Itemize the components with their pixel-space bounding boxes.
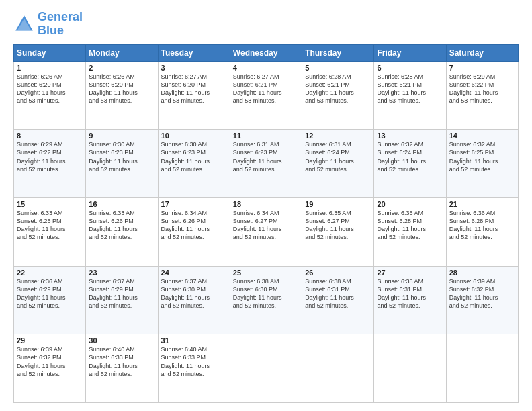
calendar-cell: 15Sunrise: 6:33 AMSunset: 6:25 PMDayligh…	[14, 197, 86, 266]
calendar-cell: 17Sunrise: 6:34 AMSunset: 6:26 PMDayligh…	[158, 197, 230, 266]
day-number: 7	[449, 64, 515, 72]
day-number: 19	[305, 200, 371, 208]
cell-info: Sunrise: 6:37 AMSunset: 6:30 PMDaylight:…	[161, 277, 227, 310]
day-number: 15	[17, 200, 83, 208]
day-number: 18	[233, 200, 299, 208]
logo-icon	[13, 13, 35, 35]
calendar-cell: 23Sunrise: 6:37 AMSunset: 6:29 PMDayligh…	[86, 266, 158, 334]
calendar-cell: 11Sunrise: 6:31 AMSunset: 6:23 PMDayligh…	[230, 130, 302, 198]
calendar-cell: 13Sunrise: 6:32 AMSunset: 6:24 PMDayligh…	[374, 130, 446, 198]
calendar-cell: 1Sunrise: 6:26 AMSunset: 6:20 PMDaylight…	[14, 61, 86, 130]
cell-info: Sunrise: 6:31 AMSunset: 6:24 PMDaylight:…	[305, 140, 371, 173]
cell-info: Sunrise: 6:40 AMSunset: 6:33 PMDaylight:…	[89, 345, 154, 378]
calendar-cell: 10Sunrise: 6:30 AMSunset: 6:23 PMDayligh…	[158, 130, 230, 198]
day-number: 24	[161, 269, 227, 277]
calendar-cell: 5Sunrise: 6:28 AMSunset: 6:21 PMDaylight…	[302, 61, 374, 130]
calendar-cell: 14Sunrise: 6:32 AMSunset: 6:25 PMDayligh…	[446, 130, 518, 198]
day-number: 12	[305, 132, 371, 140]
cell-info: Sunrise: 6:30 AMSunset: 6:23 PMDaylight:…	[161, 140, 227, 173]
day-number: 29	[17, 336, 83, 345]
cell-info: Sunrise: 6:40 AMSunset: 6:33 PMDaylight:…	[161, 345, 227, 378]
cell-info: Sunrise: 6:27 AMSunset: 6:20 PMDaylight:…	[161, 73, 227, 105]
calendar-table: SundayMondayTuesdayWednesdayThursdayFrid…	[13, 44, 519, 403]
day-number: 13	[377, 132, 443, 140]
cell-info: Sunrise: 6:36 AMSunset: 6:28 PMDaylight:…	[449, 209, 515, 242]
calendar-cell: 4Sunrise: 6:27 AMSunset: 6:21 PMDaylight…	[230, 61, 302, 130]
cell-info: Sunrise: 6:38 AMSunset: 6:30 PMDaylight:…	[233, 277, 299, 310]
cell-info: Sunrise: 6:34 AMSunset: 6:27 PMDaylight:…	[233, 209, 299, 242]
calendar-cell: 24Sunrise: 6:37 AMSunset: 6:30 PMDayligh…	[158, 266, 230, 334]
day-number: 5	[305, 64, 371, 72]
day-header-monday: Monday	[86, 44, 158, 61]
calendar-cell: 9Sunrise: 6:30 AMSunset: 6:23 PMDaylight…	[86, 130, 158, 198]
day-header-friday: Friday	[374, 44, 446, 61]
day-number: 16	[89, 200, 154, 208]
cell-info: Sunrise: 6:39 AMSunset: 6:32 PMDaylight:…	[17, 345, 83, 378]
cell-info: Sunrise: 6:33 AMSunset: 6:26 PMDaylight:…	[89, 209, 154, 242]
day-number: 8	[17, 132, 83, 140]
day-number: 9	[89, 132, 154, 140]
day-number: 22	[17, 269, 83, 277]
header: General Blue	[13, 11, 519, 38]
cell-info: Sunrise: 6:28 AMSunset: 6:21 PMDaylight:…	[305, 73, 371, 105]
day-number: 26	[305, 269, 371, 277]
calendar-cell: 31Sunrise: 6:40 AMSunset: 6:33 PMDayligh…	[158, 334, 230, 403]
cell-info: Sunrise: 6:37 AMSunset: 6:29 PMDaylight:…	[89, 277, 154, 310]
day-number: 27	[377, 269, 443, 277]
day-header-saturday: Saturday	[446, 44, 518, 61]
cell-info: Sunrise: 6:27 AMSunset: 6:21 PMDaylight:…	[233, 73, 299, 105]
day-number: 28	[449, 269, 515, 277]
calendar-week-5: 29Sunrise: 6:39 AMSunset: 6:32 PMDayligh…	[14, 334, 519, 403]
cell-info: Sunrise: 6:34 AMSunset: 6:26 PMDaylight:…	[161, 209, 227, 242]
calendar-cell: 8Sunrise: 6:29 AMSunset: 6:22 PMDaylight…	[14, 130, 86, 198]
day-number: 4	[233, 64, 299, 72]
day-number: 23	[89, 269, 154, 277]
day-number: 17	[161, 200, 227, 208]
cell-info: Sunrise: 6:38 AMSunset: 6:31 PMDaylight:…	[305, 277, 371, 310]
day-number: 21	[449, 200, 515, 208]
calendar-cell: 3Sunrise: 6:27 AMSunset: 6:20 PMDaylight…	[158, 61, 230, 130]
cell-info: Sunrise: 6:38 AMSunset: 6:31 PMDaylight:…	[377, 277, 443, 310]
cell-info: Sunrise: 6:32 AMSunset: 6:24 PMDaylight:…	[377, 140, 443, 173]
calendar-cell	[446, 334, 518, 403]
calendar-week-1: 1Sunrise: 6:26 AMSunset: 6:20 PMDaylight…	[14, 61, 519, 130]
cell-info: Sunrise: 6:26 AMSunset: 6:20 PMDaylight:…	[17, 73, 83, 105]
calendar-cell: 26Sunrise: 6:38 AMSunset: 6:31 PMDayligh…	[302, 266, 374, 334]
calendar-cell: 2Sunrise: 6:26 AMSunset: 6:20 PMDaylight…	[86, 61, 158, 130]
calendar-cell: 19Sunrise: 6:35 AMSunset: 6:27 PMDayligh…	[302, 197, 374, 266]
calendar-cell: 20Sunrise: 6:35 AMSunset: 6:28 PMDayligh…	[374, 197, 446, 266]
day-number: 3	[161, 64, 227, 72]
calendar-cell	[302, 334, 374, 403]
day-header-tuesday: Tuesday	[158, 44, 230, 61]
calendar-cell: 22Sunrise: 6:36 AMSunset: 6:29 PMDayligh…	[14, 266, 86, 334]
calendar-cell: 16Sunrise: 6:33 AMSunset: 6:26 PMDayligh…	[86, 197, 158, 266]
cell-info: Sunrise: 6:35 AMSunset: 6:27 PMDaylight:…	[305, 209, 371, 242]
cell-info: Sunrise: 6:28 AMSunset: 6:21 PMDaylight:…	[377, 73, 443, 105]
calendar-cell: 21Sunrise: 6:36 AMSunset: 6:28 PMDayligh…	[446, 197, 518, 266]
day-number: 14	[449, 132, 515, 140]
day-number: 31	[161, 336, 227, 345]
day-number: 11	[233, 132, 299, 140]
cell-info: Sunrise: 6:29 AMSunset: 6:22 PMDaylight:…	[17, 140, 83, 173]
calendar-cell: 28Sunrise: 6:39 AMSunset: 6:32 PMDayligh…	[446, 266, 518, 334]
calendar-cell: 29Sunrise: 6:39 AMSunset: 6:32 PMDayligh…	[14, 334, 86, 403]
page: General Blue SundayMondayTuesdayWednesda…	[0, 0, 532, 411]
day-number: 20	[377, 200, 443, 208]
cell-info: Sunrise: 6:39 AMSunset: 6:32 PMDaylight:…	[449, 277, 515, 310]
calendar-cell	[374, 334, 446, 403]
day-number: 1	[17, 64, 83, 72]
day-number: 10	[161, 132, 227, 140]
cell-info: Sunrise: 6:35 AMSunset: 6:28 PMDaylight:…	[377, 209, 443, 242]
calendar-week-4: 22Sunrise: 6:36 AMSunset: 6:29 PMDayligh…	[14, 266, 519, 334]
cell-info: Sunrise: 6:32 AMSunset: 6:25 PMDaylight:…	[449, 140, 515, 173]
calendar-cell: 6Sunrise: 6:28 AMSunset: 6:21 PMDaylight…	[374, 61, 446, 130]
day-header-sunday: Sunday	[14, 44, 86, 61]
cell-info: Sunrise: 6:26 AMSunset: 6:20 PMDaylight:…	[89, 73, 154, 105]
day-number: 6	[377, 64, 443, 72]
calendar-cell: 7Sunrise: 6:29 AMSunset: 6:22 PMDaylight…	[446, 61, 518, 130]
cell-info: Sunrise: 6:29 AMSunset: 6:22 PMDaylight:…	[449, 73, 515, 105]
logo-text: General Blue	[38, 11, 83, 38]
cell-info: Sunrise: 6:36 AMSunset: 6:29 PMDaylight:…	[17, 277, 83, 310]
calendar-week-3: 15Sunrise: 6:33 AMSunset: 6:25 PMDayligh…	[14, 197, 519, 266]
logo: General Blue	[13, 11, 83, 38]
